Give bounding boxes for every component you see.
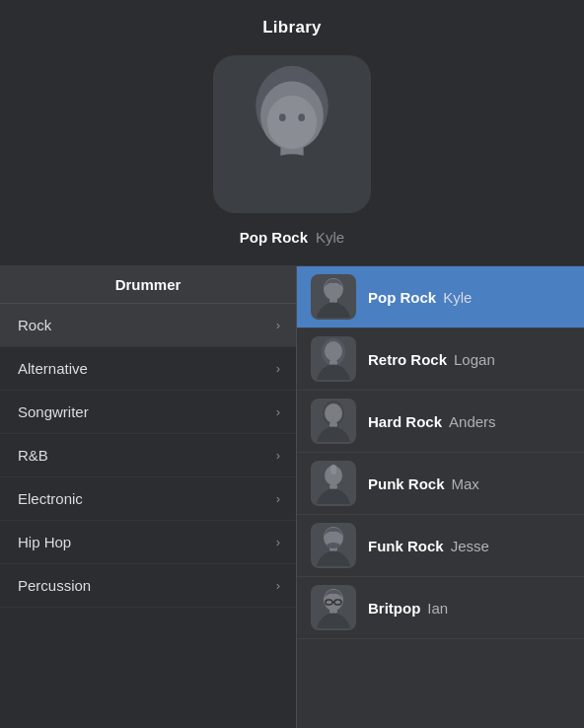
category-item-electronic[interactable]: Electronic › (0, 477, 296, 521)
drummer-info-anders: Hard Rock Anders (368, 413, 496, 430)
chevron-right-icon: › (276, 578, 280, 593)
selected-name-label: Kyle (316, 229, 344, 246)
library-title: Library (262, 18, 322, 37)
drummer-header: Drummer (0, 266, 296, 304)
category-item-rnb[interactable]: R&B › (0, 434, 296, 477)
chevron-right-icon: › (276, 448, 280, 463)
svg-point-20 (327, 543, 340, 548)
drummer-item-punkrock[interactable]: Punk Rock Max (297, 453, 584, 515)
drummer-name-kyle: Kyle (443, 289, 472, 306)
drummer-item-hardrock[interactable]: Hard Rock Anders (297, 391, 584, 453)
category-item-hiphop[interactable]: Hip Hop › (0, 521, 296, 564)
drummer-genre-max: Punk Rock (368, 475, 445, 492)
drummer-genre-kyle: Pop Rock (368, 289, 436, 306)
svg-point-4 (279, 113, 286, 121)
drummer-info-jesse: Funk Rock Jesse (368, 538, 489, 554)
chevron-right-icon: › (276, 404, 280, 419)
drummer-avatar-max (311, 461, 356, 506)
drummer-avatar-jesse (311, 523, 356, 568)
drummer-name-logan: Logan (454, 351, 495, 368)
drummer-item-poprock[interactable]: Pop Rock Kyle (297, 266, 584, 328)
svg-point-13 (325, 403, 342, 423)
drummer-info-max: Punk Rock Max (368, 475, 479, 492)
svg-point-10 (325, 341, 342, 361)
chevron-right-icon: › (276, 318, 280, 332)
svg-point-5 (298, 113, 305, 121)
artist-info: Pop Rock Kyle (240, 229, 344, 246)
category-item-alternative[interactable]: Alternative › (0, 347, 296, 391)
svg-point-3 (267, 96, 317, 149)
bottom-section: Drummer Rock › Alternative › Songwriter … (0, 266, 584, 728)
svg-rect-17 (329, 484, 337, 489)
drummer-info-logan: Retro Rock Logan (368, 351, 495, 368)
svg-rect-7 (329, 298, 337, 303)
drummer-item-britpop[interactable]: Britpop Ian (297, 577, 584, 639)
category-item-rock[interactable]: Rock › (0, 304, 296, 347)
category-label-alternative: Alternative (18, 360, 88, 377)
drummer-info-kyle: Pop Rock Kyle (368, 289, 472, 306)
drummer-genre-jesse: Funk Rock (368, 538, 444, 554)
category-item-percussion[interactable]: Percussion › (0, 564, 296, 608)
drummer-name-anders: Anders (449, 413, 496, 430)
drummer-name-ian: Ian (427, 600, 448, 617)
drummer-avatar-ian (311, 585, 356, 630)
category-label-songwriter: Songwriter (18, 403, 89, 420)
category-label-rnb: R&B (18, 447, 48, 464)
category-label-electronic: Electronic (18, 490, 83, 507)
drummer-genre-anders: Hard Rock (368, 413, 442, 430)
category-list: Rock › Alternative › Songwriter › R&B › … (0, 304, 296, 728)
drummer-info-ian: Britpop Ian (368, 600, 448, 617)
drummer-avatar-kyle (311, 274, 356, 320)
chevron-right-icon: › (276, 491, 280, 506)
category-label-hiphop: Hip Hop (18, 534, 71, 550)
drummer-genre-logan: Retro Rock (368, 351, 447, 368)
svg-rect-14 (329, 422, 337, 427)
drummer-item-retrorock[interactable]: Retro Rock Logan (297, 328, 584, 391)
chevron-right-icon: › (276, 361, 280, 376)
svg-rect-16 (330, 465, 336, 474)
drummer-avatar-logan (311, 336, 356, 382)
chevron-right-icon: › (276, 535, 280, 549)
drummer-avatar-anders (311, 399, 356, 444)
drummer-list-panel: Pop Rock Kyle Retro Rock Logan (296, 266, 584, 728)
main-avatar (213, 55, 371, 213)
category-label-rock: Rock (18, 317, 51, 333)
category-label-percussion: Percussion (18, 577, 91, 594)
drummer-name-max: Max (452, 475, 479, 492)
drummer-name-jesse: Jesse (451, 538, 489, 554)
drummer-genre-ian: Britpop (368, 600, 420, 617)
category-item-songwriter[interactable]: Songwriter › (0, 391, 296, 434)
svg-rect-25 (329, 609, 337, 614)
library-section: Library Pop Rock Kyle (0, 0, 584, 266)
selected-genre-label: Pop Rock (240, 229, 308, 246)
drummer-item-funkrock[interactable]: Funk Rock Jesse (297, 515, 584, 577)
svg-rect-11 (329, 360, 337, 365)
categories-panel: Drummer Rock › Alternative › Songwriter … (0, 266, 296, 728)
